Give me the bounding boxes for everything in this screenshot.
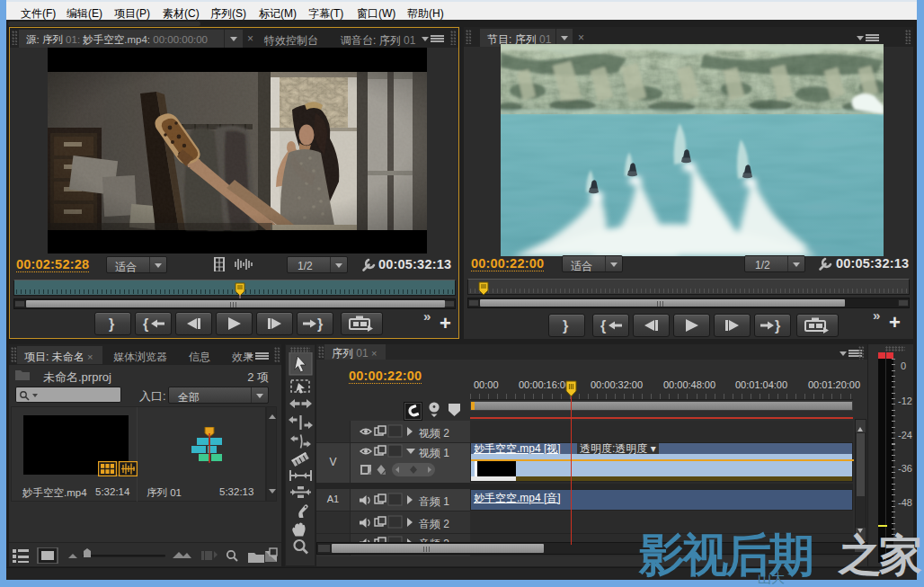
svg-text:}: } <box>775 318 780 334</box>
svg-text:{: { <box>600 318 606 334</box>
svg-text:}: } <box>317 316 323 332</box>
svg-text:{: { <box>143 316 148 332</box>
svg-text:}: } <box>563 318 568 334</box>
svg-text:}: } <box>109 316 114 332</box>
